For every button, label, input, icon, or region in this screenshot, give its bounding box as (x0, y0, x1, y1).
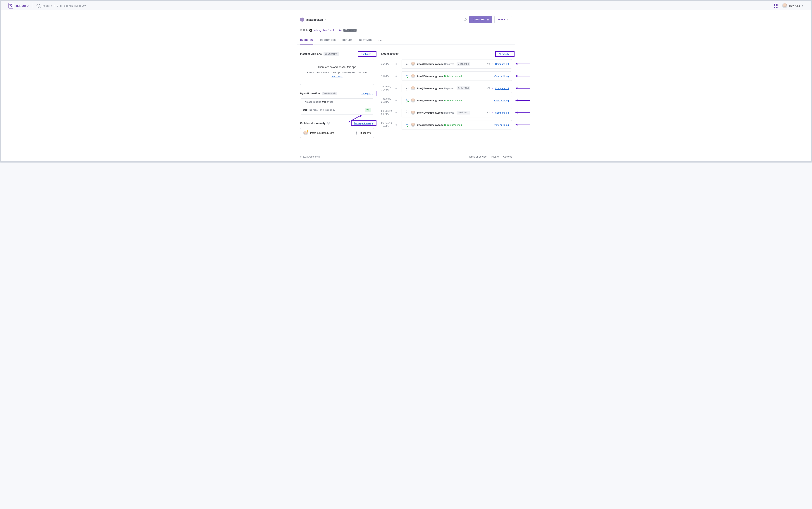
activity-card: ✓info@30kstrategy.com: Build succeededVi… (402, 96, 512, 105)
arrow-right-icon: → (372, 53, 373, 56)
annotation-arrow (516, 125, 530, 125)
activity-card: info@30kstrategy.com: Deployedf92b3037V7… (402, 108, 512, 117)
brand-text: HEROKU (15, 4, 29, 7)
more-button[interactable]: MORE ⇅ (494, 16, 512, 23)
annotation-arrow (516, 100, 530, 101)
activity-text: info@30kstrategy.com: Build succeeded (417, 99, 462, 102)
branch-name: master (348, 29, 355, 31)
activity-card: info@30kstrategy.com: Deployed9cfa27bdV8… (402, 84, 512, 93)
footer-tos[interactable]: Terms of Service (469, 155, 487, 158)
collaborator-section: Collaborator Activity ? Manage Access → … (300, 121, 374, 138)
annotation-arrow (516, 88, 530, 89)
star-icon[interactable] (464, 18, 467, 22)
external-link-icon: ⧉ (487, 18, 489, 21)
view-build-log-link[interactable]: View build log (494, 99, 509, 102)
view-build-log-link[interactable]: View build log (494, 124, 509, 126)
tab-deploy[interactable]: DEPLOY (342, 37, 353, 44)
commit-hash: 9cfa27bd (456, 87, 470, 90)
annotation-box: All activity → (495, 51, 515, 57)
help-icon[interactable]: ? (327, 122, 330, 125)
actor-avatar (411, 98, 415, 102)
user-menu[interactable]: Hey, Alex ▼ (782, 3, 804, 8)
activity-row: 1:26 PMinfo@30kstrategy.com: Deployed9cf… (381, 59, 512, 69)
actor-avatar (411, 111, 415, 115)
apps-grid-icon[interactable] (774, 4, 778, 8)
actor-avatar (411, 62, 415, 66)
timeline-dot (396, 100, 397, 101)
activity-text: info@30kstrategy.com: Deployed (417, 111, 454, 114)
compare-diff-link[interactable]: Compare diff (495, 87, 509, 90)
activity-time: Yesterday 3:26 PM (381, 85, 394, 92)
activity-card: ✓info@30kstrategy.com: Build succeededVi… (402, 120, 512, 130)
activity-time: 1:25 PM (381, 75, 394, 78)
build-icon: ✓ (405, 98, 409, 103)
configure-addons-link[interactable]: Configure → (361, 53, 373, 56)
compare-diff-link[interactable]: Compare diff (495, 111, 509, 114)
activity-text: info@30kstrategy.com: Build succeeded (417, 124, 462, 126)
dyno-status-badge: ON (365, 108, 371, 112)
deploy-count: 3 deploys (360, 132, 371, 134)
all-activity-link[interactable]: All activity → (499, 53, 511, 56)
manage-access-link[interactable]: Manage Access → (354, 122, 373, 125)
arrow-right-icon: → (372, 92, 373, 95)
dyno-row: web heroku-php-apache2 ON (300, 105, 374, 114)
tab-settings[interactable]: SETTINGS (359, 37, 372, 44)
arrow-right-icon: → (372, 122, 373, 125)
compare-diff-link[interactable]: Compare diff (495, 63, 509, 65)
global-search[interactable]: Press ⌘ + C to search globally (37, 4, 771, 7)
version-label: V7 (487, 111, 490, 114)
app-switcher-icon[interactable]: ⇅ (325, 19, 327, 21)
tabs: OVERVIEW RESOURCES DEPLOY SETTINGS ••• (297, 37, 515, 44)
commit-hash: f92b3037 (456, 111, 470, 114)
dyno-cost: $0.00/month (322, 92, 337, 95)
learn-more-link[interactable]: Learn more (331, 75, 343, 78)
build-icon: ✓ (405, 123, 409, 127)
activity-row: Yesterday 2:12 PM✓info@30kstrategy.com: … (381, 96, 512, 105)
app-hexagon-icon (300, 18, 304, 22)
activity-text: info@30kstrategy.com: Build succeeded (417, 75, 462, 77)
footer-cookies[interactable]: Cookies (503, 155, 512, 158)
updown-icon: ⇅ (507, 19, 508, 21)
github-icon: ♣ (309, 29, 312, 32)
tab-overview[interactable]: OVERVIEW (300, 37, 313, 44)
dyno-title: Dyno Formation (300, 92, 320, 95)
repo-link[interactable]: alexgilev/portfolio (314, 29, 342, 32)
vcs-label: GitHub (300, 29, 307, 32)
collab-card: info@30kstrategy.com 3 deploys (300, 128, 374, 138)
dyno-command: heroku-php-apache2 (309, 108, 335, 111)
activity-time: Fri, Jun 19 1:46 PM (381, 122, 394, 128)
tab-resources[interactable]: RESOURCES (320, 37, 336, 44)
addons-section: Installed Add-ons $0.00/month Configure … (300, 52, 374, 85)
activity-card: ✓info@30kstrategy.com: Build succeededVi… (402, 71, 512, 81)
dyno-card: This app is using free dynos web heroku-… (300, 98, 374, 114)
view-build-log-link[interactable]: View build log (494, 75, 509, 77)
footer: © 2020 Acme.com Terms of Service Privacy… (297, 152, 515, 161)
annotation-box: Configure → (358, 51, 376, 57)
tab-more[interactable]: ••• (378, 37, 383, 44)
timeline-dot (396, 112, 397, 113)
annotation-arrow (516, 76, 530, 76)
topbar: K HEROKU Press ⌘ + C to search globally … (1, 1, 811, 10)
configure-dyno-link[interactable]: Configure → (361, 92, 373, 95)
annotation-arrow (516, 64, 530, 64)
search-icon (37, 4, 40, 7)
addons-title: Installed Add-ons (300, 53, 322, 56)
logo[interactable]: K HEROKU (8, 3, 29, 8)
timeline-dot (396, 75, 397, 77)
timeline-dot (396, 63, 397, 65)
branch-badge[interactable]: master (343, 29, 357, 32)
deploy-icon (405, 110, 409, 115)
repo-row: GitHub ♣ alexgilev/portfolio master (300, 26, 357, 33)
addons-empty-title: There are no add-ons for this app (304, 65, 370, 69)
addons-empty-card: There are no add-ons for this app You ca… (300, 59, 374, 85)
build-icon: ✓ (405, 74, 409, 78)
actor-avatar (411, 74, 415, 78)
open-app-button[interactable]: OPEN APP ⧉ (469, 16, 492, 23)
divider (33, 3, 33, 8)
footer-privacy[interactable]: Privacy (491, 155, 499, 158)
dyno-type: web (303, 108, 307, 111)
copyright: © 2020 Acme.com (300, 155, 320, 158)
collaborator-avatar (303, 131, 308, 135)
deploy-icon (405, 62, 409, 66)
activity-row: 1:25 PM✓info@30kstrategy.com: Build succ… (381, 71, 512, 81)
